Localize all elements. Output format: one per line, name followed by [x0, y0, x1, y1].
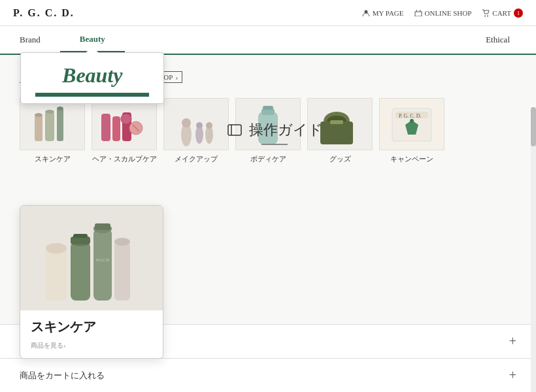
svg-rect-5 [35, 115, 42, 141]
campaign-label: キャンペーン [390, 154, 433, 164]
cart-link[interactable]: CART 1 [482, 8, 523, 18]
nav-item-ethical[interactable]: Ethical [466, 28, 529, 52]
cart-icon [482, 9, 490, 17]
my-page-link[interactable]: MY PAGE [362, 9, 404, 17]
accordion-item-cart[interactable]: 商品をカートに入れる + [0, 358, 536, 392]
skincare-card-label: スキンケア [20, 310, 163, 341]
guide-section: 操作ガイド [209, 120, 340, 145]
makeup-label: メイクアップ [175, 154, 218, 164]
skincare-svg [29, 102, 75, 146]
svg-rect-25 [263, 106, 273, 110]
nav-item-brand[interactable]: Brand [0, 28, 60, 52]
header-nav: MY PAGE ONLINE SHOP CART 1 [362, 8, 523, 18]
skincare-card-sublabel: 商品を見る› [20, 341, 163, 358]
beauty-dropdown: Beauty [20, 52, 164, 104]
svg-rect-11 [101, 114, 110, 141]
svg-text:P.G.C.D: P.G.C.D [96, 258, 110, 262]
svg-point-43 [114, 238, 130, 246]
svg-rect-37 [73, 234, 88, 238]
cart-badge: 1 [514, 8, 523, 18]
svg-point-20 [196, 122, 203, 129]
hair-svg [98, 102, 150, 146]
guide-title: 操作ガイド [249, 120, 323, 140]
online-shop-header-link[interactable]: ONLINE SHOP [414, 9, 472, 17]
skincare-label: スキンケア [35, 154, 71, 164]
category-skincare[interactable]: スキンケア [20, 98, 85, 164]
skincare-image [20, 98, 85, 150]
svg-rect-32 [46, 248, 67, 301]
svg-rect-40 [95, 223, 110, 230]
logo: P. G. C. D. [13, 7, 75, 19]
goods-label: グッズ [329, 154, 351, 164]
category-campaign[interactable]: P. G. C. D. キャンペーン [379, 98, 444, 164]
svg-point-18 [182, 118, 191, 127]
skincare-card-image: P.G.C.D [20, 206, 163, 310]
hair-image [92, 98, 157, 150]
skincare-bottles-svg: P.G.C.D [33, 209, 150, 310]
svg-point-8 [35, 113, 42, 117]
svg-rect-1 [415, 12, 422, 16]
scrollbar-thumb[interactable] [531, 107, 536, 146]
guide-icon [227, 123, 243, 137]
svg-point-3 [487, 15, 488, 16]
svg-point-31 [410, 119, 414, 123]
svg-rect-7 [57, 108, 63, 141]
body-label: ボディケア [250, 154, 286, 164]
svg-rect-44 [228, 125, 241, 135]
guide-title-row: 操作ガイド [209, 120, 340, 140]
svg-rect-6 [45, 112, 54, 141]
accordion-label-cart: 商品をカートに入れる [20, 370, 105, 382]
svg-point-2 [484, 15, 486, 16]
accordion-expand-cart[interactable]: + [509, 368, 516, 383]
svg-point-33 [46, 243, 67, 253]
nav-item-beauty[interactable]: Beauty Beauty [60, 27, 125, 53]
svg-rect-42 [114, 242, 130, 301]
beauty-dropdown-title: Beauty [21, 53, 163, 93]
campaign-svg: P. G. C. D. [386, 102, 438, 146]
guide-divider [261, 144, 288, 145]
scrollbar[interactable] [531, 107, 536, 392]
accordion-expand-1[interactable]: + [509, 334, 516, 349]
main-content: Beauty TOP ONLINE SHOP › スキンケア [0, 55, 536, 392]
beauty-dropdown-bar [35, 93, 149, 97]
svg-text:P. G. C. D.: P. G. C. D. [399, 113, 421, 119]
campaign-image: P. G. C. D. [379, 98, 444, 150]
nav-bar: Brand Beauty Beauty Ethical [0, 26, 536, 55]
user-icon [362, 9, 370, 17]
svg-point-10 [57, 106, 63, 110]
svg-rect-12 [112, 116, 120, 141]
svg-rect-38 [93, 229, 112, 301]
svg-rect-34 [71, 242, 90, 301]
category-hair[interactable]: ヘア・スカルプケア [92, 98, 157, 164]
shop-icon [414, 10, 422, 16]
svg-point-14 [121, 114, 131, 124]
header: P. G. C. D. MY PAGE ONLINE SHOP CART 1 [0, 0, 536, 26]
svg-point-9 [45, 110, 54, 114]
hair-label: ヘア・スカルプケア [92, 154, 157, 164]
skincare-popup-card[interactable]: P.G.C.D スキンケア 商品を見る› [20, 205, 163, 359]
